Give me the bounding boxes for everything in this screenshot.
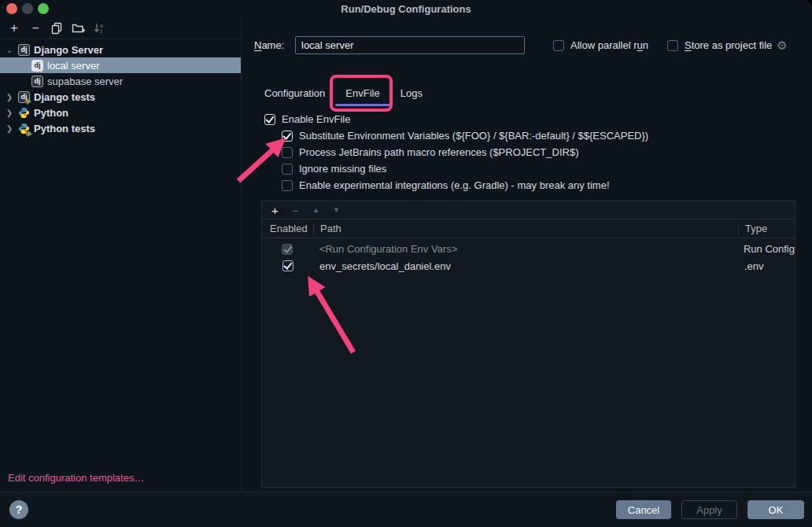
tree-item-python[interactable]: ❯ Python xyxy=(0,105,241,120)
enable-envfile-option[interactable]: Enable EnvFile xyxy=(242,111,812,127)
minimize-window-button[interactable] xyxy=(22,3,33,14)
name-label: Name: xyxy=(254,39,295,51)
remove-env-file-icon[interactable]: − xyxy=(290,204,301,217)
process-path-macro-checkbox[interactable] xyxy=(282,147,293,158)
store-settings-gear-icon[interactable]: ⚙ xyxy=(777,39,787,53)
envfile-table: + − ▲ ▼ Enabled Path Type <Run Configura… xyxy=(261,201,795,488)
tab-configuration[interactable]: Configuration xyxy=(254,79,335,107)
experimental-integrations-checkbox[interactable] xyxy=(282,180,293,191)
dialog-footer: ? Cancel Apply OK xyxy=(0,492,812,527)
configurations-tree: ⌄ dj Django Server dj local server dj su… xyxy=(0,42,241,136)
experimental-integrations-option[interactable]: Enable experimental integrations (e.g. G… xyxy=(242,177,812,193)
row-enabled-checkbox[interactable] xyxy=(282,260,293,271)
envfile-options: Enable EnvFile Substitute Environment Va… xyxy=(242,111,812,193)
store-as-project-file-option[interactable]: Store as project file xyxy=(667,39,772,51)
tree-item-local-server[interactable]: dj local server xyxy=(0,57,241,73)
table-row-env-secrets[interactable]: env_secrets/local_daniel.env .env xyxy=(262,258,795,275)
sort-alphabetically-icon[interactable]: az xyxy=(92,21,106,35)
title-bar: Run/Debug Configurations xyxy=(0,0,812,17)
tab-logs[interactable]: Logs xyxy=(390,79,433,107)
ok-button[interactable]: OK xyxy=(747,500,804,519)
tab-envfile[interactable]: EnvFile xyxy=(335,79,389,107)
svg-text:a: a xyxy=(100,22,103,28)
remove-configuration-icon[interactable]: − xyxy=(28,21,42,35)
django-icon: dj xyxy=(31,60,43,72)
store-as-project-file-label: Store as project file xyxy=(685,39,772,51)
add-configuration-icon[interactable]: + xyxy=(7,21,21,35)
django-icon: dj xyxy=(31,76,43,87)
tree-item-django-tests[interactable]: ❯ dj Django tests xyxy=(0,89,241,105)
close-window-button[interactable] xyxy=(6,3,17,14)
store-as-project-file-checkbox[interactable] xyxy=(667,40,678,51)
envfile-table-header: Enabled Path Type xyxy=(262,219,795,238)
allow-parallel-run-checkbox[interactable] xyxy=(553,40,564,51)
ignore-missing-files-checkbox[interactable] xyxy=(282,164,293,175)
tree-item-django-server[interactable]: ⌄ dj Django Server xyxy=(0,42,241,57)
help-button[interactable]: ? xyxy=(9,500,28,519)
substitute-env-vars-checkbox[interactable] xyxy=(282,131,293,142)
name-input[interactable] xyxy=(295,36,525,54)
row-enabled-checkbox xyxy=(282,244,293,255)
run-debug-configurations-dialog: Run/Debug Configurations + − az ⌄ xyxy=(0,0,812,527)
configuration-tabs: Configuration EnvFile Logs xyxy=(254,79,812,107)
new-folder-icon[interactable] xyxy=(71,21,85,35)
edit-configuration-templates-link[interactable]: Edit configuration templates… xyxy=(8,472,144,484)
configurations-sidebar: + − az ⌄ dj Django Server xyxy=(0,17,242,492)
column-header-enabled: Enabled xyxy=(262,223,313,235)
tree-item-python-tests[interactable]: ❯ Python tests xyxy=(0,120,241,136)
ignore-missing-files-option[interactable]: Ignore missing files xyxy=(242,160,812,177)
chevron-down-icon[interactable]: ⌄ xyxy=(5,46,14,54)
zoom-window-button[interactable] xyxy=(38,3,49,14)
svg-text:z: z xyxy=(100,28,102,33)
column-header-path: Path xyxy=(313,223,738,235)
python-tests-icon xyxy=(18,123,30,135)
move-up-icon[interactable]: ▲ xyxy=(310,206,322,214)
sidebar-toolbar: + − az xyxy=(0,17,241,39)
configuration-editor-panel: Name: Allow parallel run Store as projec… xyxy=(242,17,812,492)
enable-envfile-checkbox[interactable] xyxy=(264,114,275,125)
substitute-env-vars-option[interactable]: Substitute Environment Variables (${FOO}… xyxy=(242,127,812,144)
django-icon: dj xyxy=(18,44,30,56)
apply-button[interactable]: Apply xyxy=(681,500,737,519)
chevron-right-icon[interactable]: ❯ xyxy=(5,109,14,117)
allow-parallel-run-label: Allow parallel run xyxy=(570,39,648,51)
envfile-table-toolbar: + − ▲ ▼ xyxy=(262,201,795,219)
process-path-macro-option[interactable]: Process JetBrains path macro references … xyxy=(242,144,812,160)
cancel-button[interactable]: Cancel xyxy=(616,500,671,519)
copy-configuration-icon[interactable] xyxy=(50,21,64,35)
move-down-icon[interactable]: ▼ xyxy=(330,206,342,214)
chevron-right-icon[interactable]: ❯ xyxy=(5,93,14,101)
tree-item-supabase-server[interactable]: dj supabase server xyxy=(0,73,241,89)
column-header-type: Type xyxy=(738,223,795,235)
django-tests-icon: dj xyxy=(18,91,30,103)
add-env-file-icon[interactable]: + xyxy=(269,204,281,217)
chevron-right-icon[interactable]: ❯ xyxy=(5,124,14,133)
window-title: Run/Debug Configurations xyxy=(341,3,471,15)
table-row-run-config-env-vars[interactable]: <Run Configuration Env Vars> Run Config xyxy=(262,241,795,258)
allow-parallel-run-option[interactable]: Allow parallel run xyxy=(553,39,648,51)
python-icon xyxy=(18,107,30,119)
